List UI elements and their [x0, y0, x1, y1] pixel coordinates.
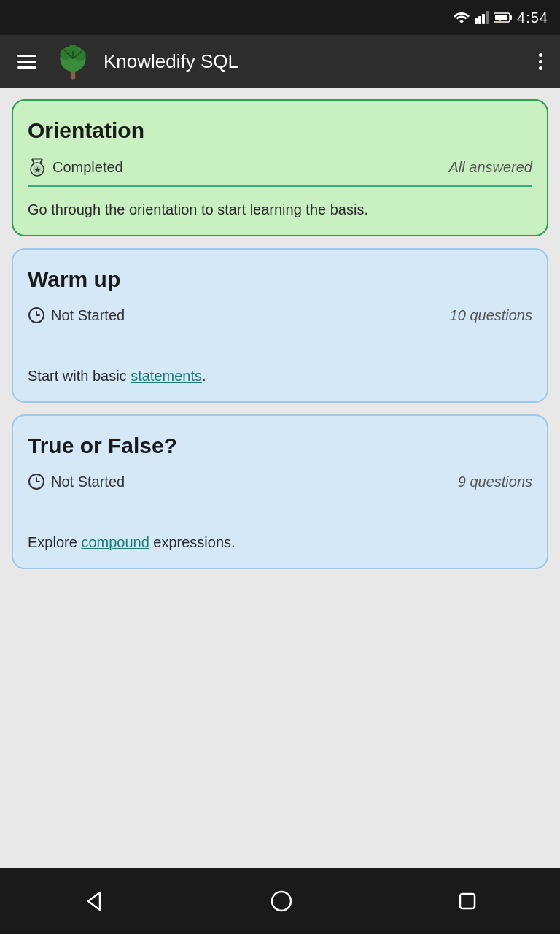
orientation-status-row: ★ Completed All answered — [28, 158, 532, 177]
warmup-status-left: Not Started — [28, 306, 125, 324]
orientation-status-left: ★ Completed — [28, 158, 123, 177]
orientation-card[interactable]: Orientation ★ Completed All answered Go … — [12, 99, 548, 236]
truefalse-status-left: Not Started — [28, 473, 125, 490]
svg-line-21 — [32, 159, 34, 163]
truefalse-status-label: Not Started — [51, 474, 125, 490]
app-title: Knowledify SQL — [104, 50, 521, 73]
medal-icon: ★ — [28, 158, 47, 177]
warmup-desc-suffix: . — [202, 368, 206, 384]
truefalse-card[interactable]: True or False? Not Started 9 questions E… — [12, 414, 548, 569]
orientation-title: Orientation — [28, 118, 532, 143]
svg-rect-3 — [486, 11, 489, 24]
signal-icon — [475, 11, 489, 24]
back-icon — [82, 889, 106, 913]
svg-point-31 — [272, 892, 291, 911]
recent-button[interactable] — [448, 882, 486, 920]
truefalse-status-row: Not Started 9 questions — [28, 473, 532, 490]
truefalse-desc-prefix: Explore — [28, 534, 81, 550]
warmup-desc-prefix: Start with basic — [28, 368, 131, 384]
status-icons: ⚡ 4:54 — [453, 9, 548, 26]
warmup-status-right: 10 questions — [450, 307, 532, 324]
orientation-description: Go through the orientation to start lear… — [28, 198, 532, 220]
more-options-button[interactable] — [533, 47, 548, 76]
app-logo — [54, 42, 92, 80]
recent-icon — [457, 891, 478, 911]
warmup-status-row: Not Started 10 questions — [28, 306, 532, 324]
bottom-nav — [0, 868, 560, 934]
svg-rect-1 — [478, 16, 481, 24]
warmup-card[interactable]: Warm up Not Started 10 questions Start w… — [12, 248, 548, 403]
home-button[interactable] — [261, 881, 302, 922]
svg-rect-2 — [482, 14, 485, 24]
truefalse-desc-suffix: expressions. — [149, 534, 236, 550]
warmup-title: Warm up — [28, 267, 532, 292]
clock-icon — [28, 306, 45, 324]
warmup-status-label: Not Started — [51, 307, 125, 324]
svg-text:★: ★ — [34, 165, 42, 175]
status-bar: ⚡ 4:54 — [0, 0, 560, 35]
content-area: Orientation ★ Completed All answered Go … — [0, 88, 560, 868]
svg-marker-30 — [88, 892, 100, 910]
clock-icon-2 — [28, 473, 45, 490]
svg-rect-5 — [510, 15, 512, 20]
wifi-icon — [453, 12, 470, 23]
orientation-progress-bar — [28, 185, 532, 187]
hamburger-menu-button[interactable] — [12, 49, 42, 74]
warmup-desc-link[interactable]: statements — [131, 368, 202, 384]
truefalse-status-right: 9 questions — [458, 474, 532, 490]
battery-icon: ⚡ — [494, 12, 513, 23]
truefalse-description: Explore compound expressions. — [28, 531, 532, 553]
truefalse-title: True or False? — [28, 433, 532, 458]
back-button[interactable] — [74, 881, 114, 922]
truefalse-desc-link[interactable]: compound — [81, 534, 149, 550]
orientation-status-right: All answered — [448, 159, 532, 176]
warmup-description: Start with basic statements. — [28, 365, 532, 387]
svg-line-22 — [40, 159, 42, 163]
svg-rect-32 — [460, 894, 475, 908]
app-bar: Knowledify SQL — [0, 35, 560, 88]
svg-rect-7 — [495, 15, 507, 20]
orientation-status-label: Completed — [52, 159, 123, 176]
home-icon — [270, 889, 293, 913]
status-time: 4:54 — [517, 9, 548, 26]
svg-rect-0 — [475, 18, 478, 24]
